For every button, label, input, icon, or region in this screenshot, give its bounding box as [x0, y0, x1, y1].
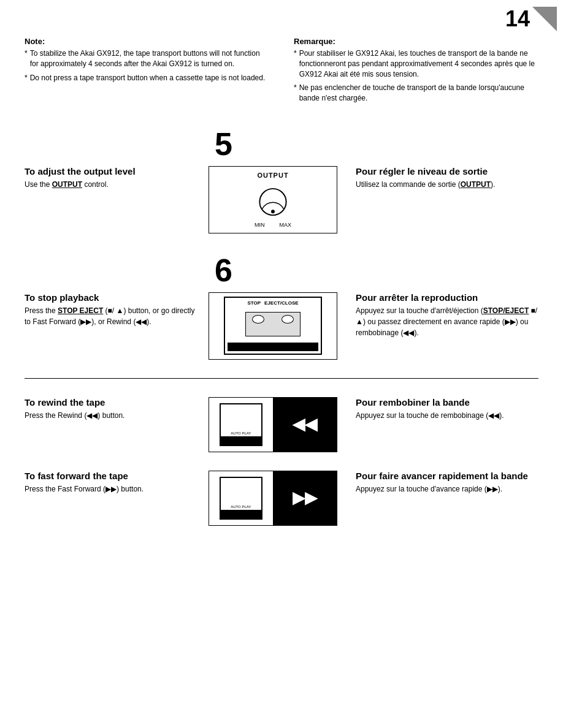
step-5-title: To adjust the output level [25, 166, 196, 176]
section-divider [25, 378, 538, 379]
rewind-section: To rewind the tape Press the Rewind (◀◀)… [25, 397, 538, 452]
rewind-right: Pour rembobiner la bande Appuyez sur la … [356, 397, 538, 421]
note-english-item-1: * To stabilize the Akai GX912, the tape … [25, 48, 269, 69]
note-english-title: Note: [25, 37, 269, 46]
step-5-number: 5 [215, 126, 538, 162]
rewind-row: To rewind the tape Press the Rewind (◀◀)… [25, 397, 538, 452]
fastforward-left: To fast forward the tape Press the Fast … [25, 471, 196, 495]
step-6-title: To stop playback [25, 292, 196, 303]
fastforward-icon: ▶▶ [293, 488, 317, 507]
max-label: MAX [279, 222, 291, 228]
note-french-item-1: * Pour stabiliser le GX912 Akai, les tou… [294, 48, 538, 79]
cassette-reel-left [252, 315, 264, 324]
cassette-body [245, 312, 301, 336]
note-english-item-2: * Do not press a tape transport button w… [25, 73, 269, 83]
step-5-row: To adjust the output level Use the OUTPU… [25, 166, 538, 233]
rewind-diagram: AUTO PLAY ◀◀ [209, 397, 343, 452]
step-6-row: To stop playback Press the STOP EJECT (■… [25, 292, 538, 360]
fastforward-device: AUTO PLAY [220, 477, 262, 520]
note-french-text-1: Pour stabiliser le GX912 Akai, les touch… [299, 48, 538, 79]
rewind-device: AUTO PLAY [220, 403, 262, 446]
note-bullet-1: * [25, 48, 28, 69]
step-5-fr-desc: Utilisez la commande de sortie (OUTPUT). [356, 179, 538, 190]
fastforward-diagram: AUTO PLAY ▶▶ [209, 471, 343, 526]
fastforward-fr-desc: Appuyez sur la touche d'avance rapide (▶… [356, 483, 538, 495]
rewind-left: To rewind the tape Press the Rewind (◀◀)… [25, 397, 196, 421]
note-french-item-2: * Ne pas enclencher de touche de transpo… [294, 83, 538, 104]
cassette-illustration: STOP EJECT/CLOSE [224, 297, 322, 355]
step-6-fr-desc: Appuyez sur la touche d'arrêt/éjection (… [356, 305, 538, 338]
min-label: MIN [255, 222, 265, 228]
rewind-panel-left: AUTO PLAY [209, 398, 274, 452]
page-content: Note: * To stabilize the Akai GX912, the… [0, 0, 563, 563]
rewind-device-bar [221, 436, 261, 445]
stop-label: STOP [247, 300, 261, 306]
rewind-icon: ◀◀ [293, 415, 317, 434]
knob-minmax: MIN MAX [255, 222, 291, 228]
note-french: Remarque: * Pour stabiliser le GX912 Aka… [294, 37, 538, 107]
fastforward-panel-right: ▶▶ [274, 471, 337, 525]
note-fr-bullet-1: * [294, 48, 297, 79]
step-6-fr-title: Pour arrêter la reproduction [356, 292, 538, 303]
note-english-text-2: Do not press a tape transport button whe… [30, 73, 266, 83]
note-french-title: Remarque: [294, 37, 538, 46]
step-6-desc: Press the STOP EJECT (■/ ▲) button, or g… [25, 305, 196, 327]
fastforward-device-label: AUTO PLAY [221, 504, 261, 510]
step-6-section: 6 To stop playback Press the STOP EJECT … [25, 252, 538, 360]
rewind-device-box: AUTO PLAY [220, 403, 262, 446]
note-english: Note: * To stabilize the Akai GX912, the… [25, 37, 269, 107]
note-french-text-2: Ne pas enclencher de touche de transport… [299, 83, 538, 104]
fastforward-section: To fast forward the tape Press the Fast … [25, 471, 538, 526]
fastforward-desc: Press the Fast Forward (▶▶) button. [25, 483, 196, 495]
rewind-panel-right: ◀◀ [274, 398, 337, 452]
note-bullet-2: * [25, 73, 28, 83]
step-6-number: 6 [215, 252, 538, 289]
notes-section: Note: * To stabilize the Akai GX912, the… [25, 37, 538, 107]
fastforward-device-bar [221, 510, 261, 518]
cassette-bottom-bar [228, 343, 318, 351]
rewind-desc: Press the Rewind (◀◀) button. [25, 410, 196, 421]
step-5-fr-title: Pour régler le niveau de sortie [356, 166, 538, 176]
step-5-left: To adjust the output level Use the OUTPU… [25, 166, 196, 190]
step-5-right: Pour régler le niveau de sortie Utilisez… [356, 166, 538, 190]
note-english-text-1: To stabilize the Akai GX912, the tape tr… [30, 48, 269, 69]
note-fr-bullet-2: * [294, 83, 297, 104]
fastforward-row: To fast forward the tape Press the Fast … [25, 471, 538, 526]
fastforward-fr-title: Pour faire avancer rapidement la bande [356, 471, 538, 481]
svg-point-1 [271, 210, 275, 213]
eject-label: EJECT/CLOSE [264, 300, 299, 306]
output-knob-svg [255, 184, 291, 220]
output-box: OUTPUT MIN MAX [209, 166, 337, 233]
rewind-title: To rewind the tape [25, 397, 196, 408]
fastforward-panel-left: AUTO PLAY [209, 471, 274, 525]
step-6-right: Pour arrêter la reproduction Appuyez sur… [356, 292, 538, 338]
corner-decoration [532, 7, 557, 31]
rewind-device-label: AUTO PLAY [221, 430, 261, 436]
fastforward-panel-box: AUTO PLAY ▶▶ [209, 471, 337, 526]
fastforward-right: Pour faire avancer rapidement la bande A… [356, 471, 538, 495]
step-5-desc: Use the OUTPUT control. [25, 179, 196, 190]
fastforward-device-box: AUTO PLAY [220, 477, 262, 520]
cassette-reel-right [282, 315, 294, 324]
stop-eject-box: STOP EJECT/CLOSE [209, 292, 337, 360]
step-6-diagram: STOP EJECT/CLOSE [209, 292, 343, 360]
rewind-fr-title: Pour rembobiner la bande [356, 397, 538, 408]
step-6-left: To stop playback Press the STOP EJECT (■… [25, 292, 196, 327]
cassette-middle [228, 306, 318, 343]
page-number: 14 [505, 6, 530, 32]
fastforward-title: To fast forward the tape [25, 471, 196, 481]
output-label: OUTPUT [257, 172, 288, 179]
page-number-area: 14 [505, 6, 557, 32]
rewind-panel-box: AUTO PLAY ◀◀ [209, 397, 337, 452]
rewind-fr-desc: Appuyez sur la touche de rembobinage (◀◀… [356, 410, 538, 421]
step-5-diagram: OUTPUT MIN MAX [209, 166, 343, 233]
step-5-section: 5 To adjust the output level Use the OUT… [25, 126, 538, 233]
cassette-top-labels: STOP EJECT/CLOSE [228, 300, 318, 306]
